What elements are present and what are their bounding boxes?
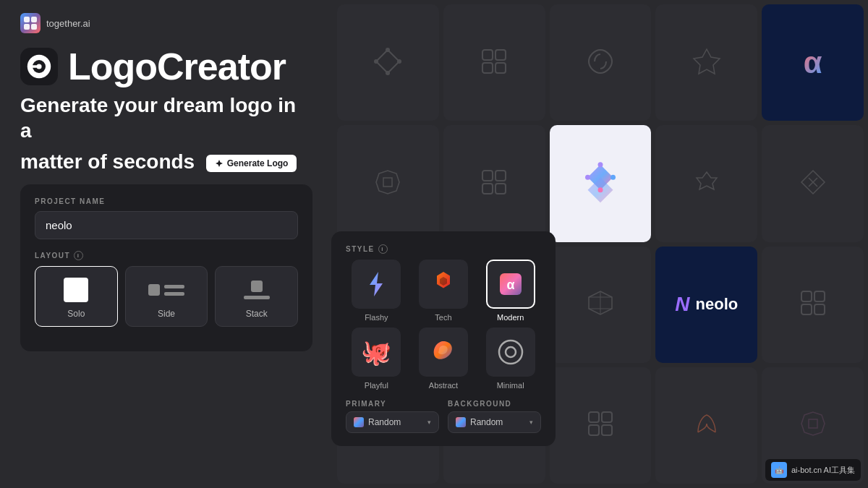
layout-stack[interactable]: Stack: [215, 266, 298, 327]
app-title: LogoCreator: [68, 48, 286, 85]
watermark: 🤖 ai-bot.cn AI工具集: [765, 459, 861, 481]
background-color-field: BACKGROUND Random ▾: [448, 400, 541, 433]
grid-cell-featured-diamond: [550, 125, 652, 241]
style-label: STYLE i: [346, 244, 541, 254]
svg-rect-24: [602, 412, 612, 422]
style-playful[interactable]: 🐙 Playful: [346, 328, 407, 390]
background-color-swatch: [456, 417, 466, 427]
svg-rect-7: [495, 63, 506, 73]
grid-icon: [692, 168, 721, 200]
generate-btn-label: Generate Logo: [227, 158, 289, 168]
svg-point-3: [374, 59, 378, 64]
background-chevron-icon: ▾: [529, 419, 533, 426]
abstract-svg: [428, 337, 459, 367]
svg-rect-25: [589, 425, 599, 435]
grid-cell: [655, 125, 757, 241]
layout-side[interactable]: Side: [125, 266, 208, 327]
alpha-logo: α: [804, 46, 822, 80]
grid-cell: [762, 247, 864, 363]
grid-cell: [762, 125, 864, 241]
style-grid: Flashy Tech: [346, 260, 541, 390]
svg-point-2: [386, 71, 390, 75]
grid-icon: [586, 47, 615, 79]
layout-label-text: LAYOUT: [35, 252, 70, 260]
background-color-select[interactable]: Random ▾: [448, 411, 541, 433]
layout-options: Solo Side: [35, 266, 298, 327]
svg-rect-23: [589, 412, 599, 422]
svg-rect-4: [482, 50, 493, 60]
background-color-value: Random: [470, 417, 503, 427]
svg-rect-19: [801, 304, 812, 314]
style-modern-thumb: α: [486, 260, 535, 309]
svg-rect-18: [814, 291, 825, 301]
svg-rect-17: [801, 291, 812, 301]
grid-icon: [799, 168, 827, 200]
style-abstract-label: Abstract: [429, 381, 458, 390]
svg-point-33: [499, 341, 522, 364]
svg-point-1: [397, 59, 401, 64]
grid-cell: [443, 125, 545, 241]
primary-color-select[interactable]: Random ▾: [346, 411, 439, 433]
svg-point-15: [585, 175, 590, 180]
playful-emoji: 🐙: [361, 338, 391, 367]
style-minimal-label: Minimal: [497, 381, 524, 390]
tagline-line-1: Generate your dream logo in a: [20, 93, 312, 143]
style-playful-label: Playful: [365, 381, 388, 390]
flashy-svg: [361, 269, 391, 299]
style-tech[interactable]: Tech: [413, 260, 475, 322]
grid-icon: [480, 47, 509, 79]
svg-point-12: [597, 162, 603, 167]
layout-solo[interactable]: Solo: [35, 266, 118, 327]
minimal-svg: [495, 337, 526, 367]
grid-icon: [799, 288, 827, 320]
style-info-icon: i: [378, 244, 388, 254]
style-label-text: STYLE: [346, 245, 375, 253]
style-tech-thumb: [419, 260, 468, 309]
svg-rect-10: [482, 184, 493, 194]
layout-section: LAYOUT i Solo Side: [35, 251, 298, 327]
app-title-row: LogoCreator: [20, 48, 312, 85]
style-minimal[interactable]: Minimal: [480, 328, 541, 390]
grid-cell: [337, 125, 439, 241]
grid-cell: [550, 4, 652, 121]
layout-info-icon: i: [74, 251, 83, 260]
layout-stack-label: Stack: [246, 309, 268, 319]
tagline: Generate your dream logo in a matter of …: [20, 93, 312, 174]
svg-point-0: [386, 48, 390, 52]
generate-icon: [215, 159, 224, 168]
style-tech-label: Tech: [435, 313, 451, 322]
form-panel: PROJECT NAME LAYOUT i Solo: [20, 184, 312, 351]
svg-rect-5: [495, 50, 506, 60]
style-abstract[interactable]: Abstract: [413, 328, 475, 390]
grid-cell: [550, 367, 652, 484]
left-panel: together.ai LogoCreator Generate your dr…: [0, 0, 333, 488]
style-abstract-thumb: [419, 328, 468, 377]
svg-rect-6: [482, 63, 493, 73]
svg-rect-9: [495, 171, 506, 181]
style-flashy-label: Flashy: [365, 313, 388, 322]
together-brand: together.ai: [46, 18, 90, 29]
svg-rect-26: [602, 425, 612, 435]
grid-cell-neolo: N neolo: [655, 247, 757, 363]
grid-icon: [480, 168, 509, 200]
watermark-text: ai-bot.cn AI工具集: [791, 465, 855, 476]
layout-label: LAYOUT i: [35, 251, 298, 260]
style-modern[interactable]: α Modern: [480, 260, 541, 322]
generate-logo-button[interactable]: Generate Logo: [206, 155, 297, 172]
primary-color-value: Random: [368, 417, 401, 427]
svg-rect-8: [482, 171, 493, 181]
svg-point-13: [610, 175, 616, 180]
solo-layout-icon: [64, 277, 88, 303]
background-label-text: BACKGROUND: [448, 400, 511, 408]
style-flashy[interactable]: Flashy: [346, 260, 407, 322]
layout-side-label: Side: [158, 309, 175, 319]
neolo-brand-text: neolo: [696, 295, 739, 314]
primary-label: PRIMARY: [346, 400, 439, 408]
neolo-logo: N neolo: [675, 293, 738, 316]
project-name-input[interactable]: [35, 211, 298, 239]
background-label: BACKGROUND: [448, 400, 541, 408]
svg-text:α: α: [506, 278, 514, 292]
style-modern-label: Modern: [497, 313, 524, 322]
top-bar: together.ai: [20, 13, 312, 33]
grid-cell-featured-alpha: α: [762, 4, 864, 121]
